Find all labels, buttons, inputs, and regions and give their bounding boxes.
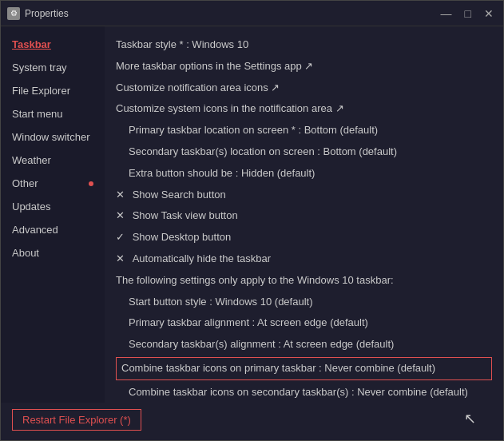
sidebar-item-advanced[interactable]: Advanced bbox=[1, 218, 105, 241]
cross-icon: ✕ bbox=[116, 252, 128, 264]
setting-item-15: Combine taskbar icons on primary taskbar… bbox=[116, 357, 492, 380]
setting-item-16: Combine taskbar icons on secondary taskb… bbox=[116, 382, 492, 403]
sidebar-item-other[interactable]: Other bbox=[1, 172, 105, 195]
minimize-button[interactable]: — bbox=[438, 8, 455, 19]
window-title: Properties bbox=[25, 8, 69, 19]
setting-item-2: Customize notification area icons ↗ bbox=[116, 77, 492, 99]
sidebar-item-about[interactable]: About bbox=[1, 241, 105, 264]
setting-item-5: Secondary taskbar(s) location on screen … bbox=[116, 141, 492, 163]
restart-file-explorer-button[interactable]: Restart File Explorer (*) bbox=[12, 409, 141, 431]
notification-dot bbox=[89, 181, 93, 186]
setting-item-13: Primary taskbar alignment : At screen ed… bbox=[116, 312, 492, 334]
cross-icon: ✕ bbox=[116, 209, 128, 221]
sidebar-item-window-switcher[interactable]: Window switcher bbox=[1, 125, 105, 149]
setting-item-0: Taskbar style * : Windows 10 bbox=[116, 34, 492, 56]
setting-item-14: Secondary taskbar(s) alignment : At scre… bbox=[116, 334, 492, 356]
sidebar-item-file-explorer[interactable]: File Explorer bbox=[1, 79, 105, 102]
setting-item-8: ✕ Show Task view button bbox=[116, 205, 492, 227]
cursor-icon: ↖ bbox=[464, 410, 476, 427]
settings-panel: Taskbar style * : Windows 10More taskbar… bbox=[105, 26, 503, 403]
check-icon: ✓ bbox=[116, 231, 128, 243]
title-bar-controls: — □ ✕ bbox=[438, 8, 497, 19]
sidebar-item-start-menu[interactable]: Start menu bbox=[1, 102, 105, 125]
main-layout: TaskbarSystem trayFile ExplorerStart men… bbox=[1, 26, 503, 403]
setting-item-12: Start button style : Windows 10 (default… bbox=[116, 292, 492, 313]
cross-icon: ✕ bbox=[116, 189, 128, 201]
footer: Restart File Explorer (*) ↖ bbox=[1, 403, 503, 440]
setting-item-7: ✕ Show Search button bbox=[116, 185, 492, 206]
setting-item-3: Customize system icons in the notificati… bbox=[116, 98, 492, 120]
title-bar: ⚙ Properties — □ ✕ bbox=[1, 1, 503, 26]
sidebar: TaskbarSystem trayFile ExplorerStart men… bbox=[1, 26, 105, 403]
setting-item-1: More taskbar options in the Settings app… bbox=[116, 56, 492, 77]
title-bar-left: ⚙ Properties bbox=[7, 7, 69, 20]
sidebar-item-system-tray[interactable]: System tray bbox=[1, 56, 105, 79]
close-button[interactable]: ✕ bbox=[481, 8, 497, 19]
setting-item-4: Primary taskbar location on screen * : B… bbox=[116, 120, 492, 141]
sidebar-item-weather[interactable]: Weather bbox=[1, 149, 105, 172]
setting-item-10: ✕ Automatically hide the taskbar bbox=[116, 248, 492, 270]
setting-item-9: ✓ Show Desktop button bbox=[116, 227, 492, 248]
window-icon: ⚙ bbox=[7, 7, 20, 20]
setting-item-6: Extra button should be : Hidden (default… bbox=[116, 163, 492, 185]
sidebar-item-taskbar[interactable]: Taskbar bbox=[1, 33, 105, 56]
cursor-area: ↖ bbox=[464, 410, 492, 431]
setting-item-11: The following settings only apply to the… bbox=[116, 270, 492, 292]
sidebar-item-updates[interactable]: Updates bbox=[1, 195, 105, 218]
properties-window: ⚙ Properties — □ ✕ TaskbarSystem trayFil… bbox=[0, 0, 504, 441]
maximize-button[interactable]: □ bbox=[462, 8, 474, 19]
